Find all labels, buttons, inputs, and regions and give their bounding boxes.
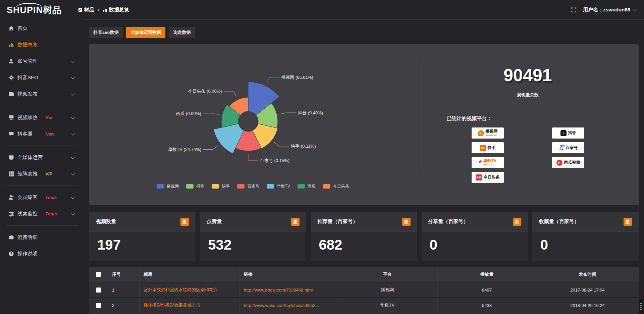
wasu-icon: * bbox=[479, 160, 482, 166]
fullscreen-icon[interactable] bbox=[571, 7, 576, 12]
column-header-2: 链接 bbox=[240, 267, 337, 282]
select-all-checkbox[interactable] bbox=[96, 272, 101, 277]
table-header-row: 序号标题链接平台播放量发布时间 bbox=[89, 267, 639, 282]
column-header-1: 标题 bbox=[140, 267, 240, 282]
cell-platform: 播视网 bbox=[337, 282, 438, 297]
tab-1[interactable]: 全媒体运营数据 bbox=[126, 27, 165, 38]
sidebar-item-15[interactable]: 消费明细 bbox=[0, 229, 84, 246]
legend-swatch bbox=[323, 184, 330, 189]
breadcrumb-separator: > bbox=[97, 7, 100, 12]
user-menu[interactable]: 用户名：zswodun88 bbox=[583, 7, 635, 13]
platform-chip-left-1: 66快手 bbox=[472, 142, 504, 153]
sidebar-item-label: 首页 bbox=[17, 25, 28, 32]
monitor-play-icon bbox=[8, 115, 14, 120]
boosj-icon: ▶ bbox=[478, 130, 484, 136]
total-impressions-label: 展现量总数 bbox=[417, 92, 639, 98]
legend-swatch bbox=[212, 184, 219, 189]
row-checkbox[interactable] bbox=[96, 287, 101, 293]
sidebar-menu: 首页数据总览账号管理抖音SEO视频发布视频加热Hot抖客通New全媒体运营矩阵助… bbox=[0, 20, 84, 314]
sidebar-item-badge: VIP bbox=[45, 171, 52, 176]
home-icon bbox=[8, 25, 14, 31]
tab-2[interactable]: 询盘数据 bbox=[169, 27, 195, 38]
username-label: 用户名：zswodun88 bbox=[583, 7, 630, 13]
summary-divider bbox=[446, 104, 609, 104]
corner-widget[interactable] bbox=[639, 299, 643, 313]
legend-item-6[interactable]: 今日头条 bbox=[323, 184, 349, 189]
summary-pane: 90491 展现量总数 已统计的视频平台： ▶播视网boosj.com66快手*… bbox=[417, 44, 639, 205]
legend-label: 播视网 bbox=[167, 184, 179, 189]
sidebar-item-7[interactable]: 抖客通New bbox=[0, 126, 84, 142]
cell-link[interactable]: http://www.boosj.com/7338468.html bbox=[240, 282, 337, 297]
cell-link[interactable]: http://www.wasu.cn/Play/show/id/952... bbox=[240, 298, 337, 313]
sidebar-item-1[interactable]: 数据总览 bbox=[0, 37, 84, 53]
legend-item-5[interactable]: 西瓜 bbox=[298, 184, 316, 189]
chevron-down-icon bbox=[633, 7, 636, 11]
pie-label-line bbox=[248, 154, 258, 160]
stat-card-title: 视频数量 bbox=[96, 218, 116, 225]
sliders-icon bbox=[8, 211, 14, 217]
sidebar-item-label: 抖客通 bbox=[17, 131, 33, 137]
chart-legend: 播视网抖音快手百家号华数TV西瓜今日头条 bbox=[89, 184, 417, 189]
breadcrumb-current[interactable]: 数据总览 bbox=[103, 7, 129, 13]
cell-title[interactable]: 楼体投影灯投影效果震撼上市 bbox=[140, 298, 240, 313]
column-header-0: 序号 bbox=[108, 267, 140, 282]
total-badge: 总 bbox=[513, 218, 521, 226]
video-icon bbox=[8, 91, 14, 97]
pie-label-line bbox=[203, 145, 218, 149]
platform-chip-right-1: 百百家号 bbox=[552, 142, 584, 153]
sidebar-divider bbox=[6, 225, 78, 226]
pie-label-line bbox=[224, 91, 237, 97]
toutiao-icon: 头条 bbox=[476, 174, 482, 180]
sidebar-item-9[interactable]: 全媒体运营 bbox=[0, 149, 84, 166]
chevron-down-icon bbox=[71, 211, 75, 215]
header-checkbox-cell bbox=[89, 267, 108, 282]
sidebar-item-label: 线索监控 bbox=[17, 211, 38, 217]
sidebar-item-0[interactable]: 首页 bbox=[0, 20, 84, 37]
chevron-down-icon bbox=[71, 92, 75, 95]
legend-label: 西瓜 bbox=[308, 184, 316, 189]
legend-label: 快手 bbox=[222, 184, 230, 189]
sidebar-item-label: 视频发布 bbox=[17, 91, 38, 97]
sidebar-item-10[interactable]: 矩阵助推VIP bbox=[0, 166, 84, 182]
tab-0[interactable]: 抖音seo数据 bbox=[89, 27, 123, 38]
platform-chip-left-2: *华数TVwasu.cn bbox=[472, 157, 504, 168]
legend-item-3[interactable]: 百家号 bbox=[237, 184, 259, 189]
pie-label-line bbox=[274, 142, 289, 146]
pie-label: 抖音 (9.40%) bbox=[298, 110, 323, 115]
legend-item-2[interactable]: 快手 bbox=[212, 184, 230, 189]
row-checkbox-cell bbox=[89, 298, 108, 313]
pie-label-line bbox=[267, 77, 280, 84]
legend-item-4[interactable]: 华数TV bbox=[267, 184, 290, 189]
sidebar-item-6[interactable]: 视频加热Hot bbox=[0, 109, 84, 126]
chevron-down-icon bbox=[71, 59, 75, 62]
breadcrumb-home[interactable]: 树品 bbox=[78, 7, 94, 13]
kuaishou-icon: 66 bbox=[480, 145, 486, 151]
total-badge: 总 bbox=[291, 218, 300, 226]
legend-item-0[interactable]: 播视网 bbox=[157, 184, 179, 189]
sidebar-item-16[interactable]: ?操作说明 bbox=[0, 246, 84, 262]
cell-time: 2018-04-26 16:24 bbox=[536, 298, 639, 313]
bar-chart-icon bbox=[8, 42, 14, 48]
topbar: SHUPIN树品 树品 > 数据总览 用户名：zswodun88 bbox=[0, 0, 644, 19]
sidebar-item-12[interactable]: 会员爆客Tools bbox=[0, 189, 84, 206]
chevron-down-icon bbox=[71, 132, 75, 135]
svg-text:?: ? bbox=[10, 252, 12, 256]
chat-icon bbox=[8, 131, 14, 137]
cell-index: 1 bbox=[108, 282, 140, 297]
sidebar-item-3[interactable]: 抖音SEO bbox=[0, 69, 84, 86]
legend-item-1[interactable]: 抖音 bbox=[186, 184, 204, 189]
chevron-down-icon bbox=[71, 155, 75, 159]
sidebar-item-13[interactable]: 线索监控Tools bbox=[0, 206, 84, 222]
help-icon: ? bbox=[8, 251, 14, 257]
sidebar-divider bbox=[6, 146, 78, 146]
row-checkbox[interactable] bbox=[96, 303, 101, 308]
cell-index: 2 bbox=[108, 298, 140, 313]
sidebar-item-label: 数据总览 bbox=[17, 42, 38, 48]
cell-title[interactable]: 室外水纹灯和室内水纹灯的区别和简介 bbox=[140, 282, 240, 297]
sidebar-item-2[interactable]: 账号管理 bbox=[0, 53, 84, 69]
sidebar-item-4[interactable]: 视频发布 bbox=[0, 86, 84, 102]
videos-table: 序号标题链接平台播放量发布时间1室外水纹灯和室内水纹灯的区别和简介http://… bbox=[89, 267, 639, 314]
pie-label-line bbox=[203, 113, 220, 115]
total-badge: 总 bbox=[402, 218, 411, 226]
sidebar-divider bbox=[6, 106, 78, 106]
